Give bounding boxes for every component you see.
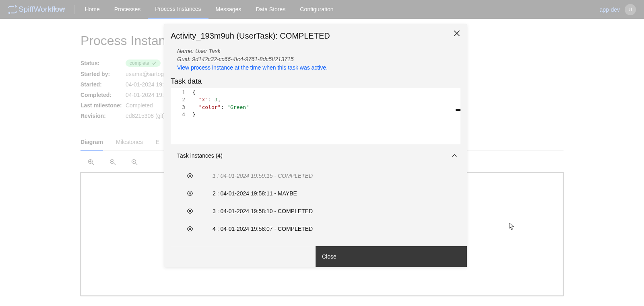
task-instance-row[interactable]: 1 : 04-01-2024 19:59:15 - COMPLETED [171,167,460,185]
svg-point-15 [189,228,191,230]
eye-icon[interactable] [187,173,193,179]
close-button[interactable]: Close [316,246,467,267]
chevron-up-icon [452,153,457,158]
modal-title: Activity_193m9uh (UserTask): COMPLETED [171,31,330,41]
instance-text: 4 : 04-01-2024 19:58:07 - COMPLETED [213,226,313,232]
eye-icon[interactable] [187,190,193,197]
code-gutter: 1234 [171,88,192,144]
task-data-title: Task data [164,72,467,88]
task-guid: Guid: 9d142c32-cc66-4fc4-9761-8dc5ff2137… [177,55,460,63]
svg-point-14 [189,210,191,212]
svg-point-13 [189,193,191,194]
eye-icon[interactable] [187,226,193,232]
instance-text: 3 : 04-01-2024 19:58:10 - COMPLETED [213,208,313,214]
task-instance-row[interactable]: 4 : 04-01-2024 19:58:07 - COMPLETED [171,220,460,238]
task-instances-header[interactable]: Task instances (4) [164,144,467,164]
modal: Activity_193m9uh (UserTask): COMPLETED N… [164,24,467,267]
eye-icon[interactable] [187,208,193,214]
cursor-icon [509,222,514,230]
close-icon[interactable] [453,30,460,37]
minimap-indicator [456,109,460,111]
code-body: { "x": 3, "color": "Green"} [192,88,460,144]
task-instances-list: 1 : 04-01-2024 19:59:15 - COMPLETED2 : 0… [171,164,460,246]
instance-text: 1 : 04-01-2024 19:59:15 - COMPLETED [213,173,313,179]
modal-meta: Name: User Task Guid: 9d142c32-cc66-4fc4… [164,42,467,72]
view-history-link[interactable]: View process instance at the time when t… [177,64,460,72]
modal-header: Activity_193m9uh (UserTask): COMPLETED [164,24,467,42]
svg-point-12 [189,175,191,177]
instance-text: 2 : 04-01-2024 19:58:11 - MAYBE [213,190,297,197]
code-editor[interactable]: 1234 { "x": 3, "color": "Green"} [171,88,460,144]
task-name: Name: User Task [177,47,460,55]
task-instances-label: Task instances (4) [177,152,223,159]
modal-footer: Close [164,246,467,267]
task-instance-row[interactable]: 2 : 04-01-2024 19:58:11 - MAYBE [171,185,460,202]
task-instance-row[interactable]: 3 : 04-01-2024 19:58:10 - COMPLETED [171,202,460,220]
